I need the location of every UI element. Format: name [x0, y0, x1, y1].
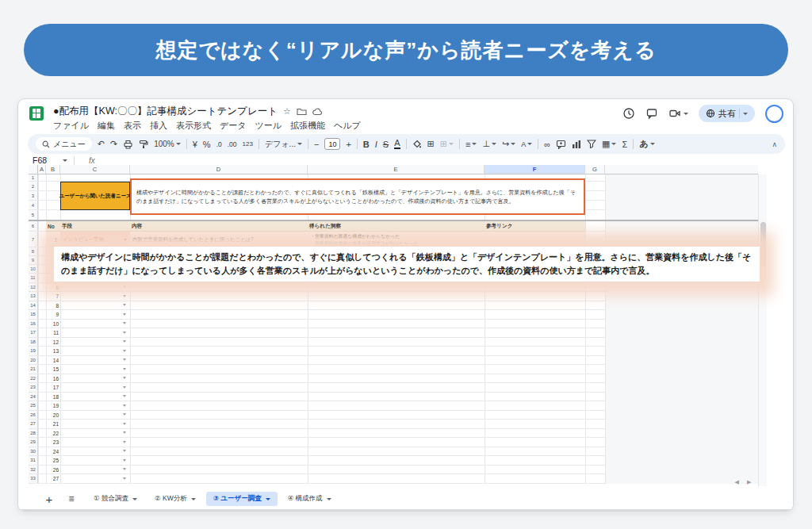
table-views-button[interactable]: ▦ [602, 139, 616, 149]
dropdown-arrow-icon[interactable] [123, 450, 126, 452]
dropdown-arrow-icon[interactable] [123, 322, 126, 324]
row-number-25[interactable]: 25 [29, 401, 38, 410]
input-tools-button[interactable]: あ [639, 138, 654, 150]
zoom-select[interactable]: 100% [154, 140, 181, 148]
dropdown-arrow-icon[interactable] [123, 295, 126, 297]
row-number-12[interactable]: 12 [29, 283, 38, 292]
dropdown-arrow-icon[interactable] [123, 332, 126, 334]
row-number-28[interactable]: 28 [29, 429, 38, 438]
text-rotation-button[interactable]: A [521, 140, 532, 148]
text-color-button[interactable]: A [394, 139, 400, 149]
dropdown-arrow-icon[interactable] [123, 477, 126, 480]
dropdown-arrow-icon[interactable] [123, 468, 126, 470]
row-number-22[interactable]: 22 [29, 374, 38, 383]
all-sheets-icon[interactable]: ≡ [64, 493, 79, 504]
move-folder-icon[interactable] [297, 107, 307, 116]
row-number-30[interactable]: 30 [29, 447, 38, 456]
row-number-14[interactable]: 14 [29, 301, 38, 310]
row-number-32[interactable]: 32 [29, 466, 38, 474]
menu-item-1[interactable]: ファイル [53, 120, 89, 132]
sheet-tab-4[interactable]: ④ 構成作成 [281, 492, 339, 506]
italic-button[interactable]: I [375, 140, 377, 149]
filter-icon[interactable] [587, 140, 596, 148]
sheet-tab-1[interactable]: ① 競合調査 [86, 492, 144, 506]
dropdown-arrow-icon[interactable] [123, 350, 126, 352]
row-number-16[interactable]: 16 [29, 320, 38, 328]
row-number-5[interactable]: 5 [29, 210, 38, 220]
cell-interview-question[interactable]: 内製で営業資料を作成していたときに困ったことは? [130, 232, 308, 247]
add-sheet-icon[interactable]: + [42, 493, 56, 506]
row-number-17[interactable]: 17 [29, 328, 38, 337]
row-number-4[interactable]: 4 [29, 201, 38, 209]
decrease-decimal-button[interactable]: .0 [216, 140, 222, 148]
row-number-9[interactable]: 9 [29, 256, 38, 264]
paint-format-icon[interactable] [139, 140, 148, 149]
dropdown-arrow-icon[interactable] [123, 441, 126, 443]
account-avatar[interactable] [765, 105, 783, 123]
row-number-13[interactable]: 13 [29, 292, 38, 301]
share-button[interactable]: 共有 [699, 105, 755, 122]
bold-button[interactable]: B [363, 140, 370, 149]
insert-link-icon[interactable]: ∞ [544, 140, 550, 149]
font-size-input[interactable]: 10 [324, 138, 340, 150]
toolbar-search[interactable]: メニュー [36, 137, 92, 151]
horizontal-scrollbar[interactable]: ◀ ▶ [729, 478, 757, 486]
row-number-20[interactable]: 20 [29, 356, 38, 365]
redo-icon[interactable]: ↷ [110, 139, 117, 149]
number-format-button[interactable]: 123 [243, 140, 253, 148]
sheet-tab-2[interactable]: ② KW分析 [147, 492, 203, 506]
cell-method-dropdown[interactable]: インタビュー実施 [60, 232, 130, 247]
column-header-D[interactable]: D [130, 165, 308, 174]
text-wrap-button[interactable]: ↪ [502, 139, 515, 149]
comment-icon[interactable] [645, 107, 658, 120]
insert-comment-icon[interactable] [556, 140, 566, 149]
meet-video-button[interactable] [668, 108, 688, 119]
table-data-row-1[interactable]: 1 インタビュー実施 内製で営業資料を作成していたときに困ったことは? ・営業資… [46, 232, 585, 247]
dropdown-arrow-icon[interactable] [123, 404, 126, 407]
save-status-cloud-icon[interactable] [312, 108, 324, 116]
dropdown-arrow-icon[interactable] [123, 286, 126, 288]
borders-icon[interactable]: ⊞ [427, 139, 435, 149]
row-number-18[interactable]: 18 [29, 338, 38, 347]
dropdown-arrow-icon[interactable] [123, 423, 126, 425]
row-number-2[interactable]: 2 [29, 182, 38, 190]
font-select[interactable]: デフォ... [265, 139, 302, 150]
name-box-dropdown-icon[interactable] [63, 159, 67, 162]
menu-item-7[interactable]: ツール [255, 120, 282, 132]
row-number-31[interactable]: 31 [29, 456, 38, 465]
menu-item-5[interactable]: 表示形式 [176, 120, 211, 132]
scroll-left-icon[interactable]: ◀ [735, 479, 739, 485]
increase-font-size-button[interactable]: + [346, 140, 350, 149]
menu-item-8[interactable]: 拡張機能 [290, 120, 325, 132]
star-icon[interactable]: ☆ [283, 106, 291, 117]
version-history-icon[interactable] [622, 107, 635, 120]
vertical-align-button[interactable]: ⊥ [482, 139, 496, 149]
dropdown-arrow-icon[interactable] [123, 358, 126, 361]
row-number-24[interactable]: 24 [29, 393, 38, 401]
sheet-tab-dropdown-icon[interactable] [132, 498, 137, 500]
row-number-33[interactable]: 33 [29, 474, 38, 483]
row-number-26[interactable]: 26 [29, 411, 38, 420]
insert-chart-icon[interactable] [572, 140, 581, 149]
name-box[interactable]: F68 [28, 155, 63, 165]
merge-cells-button[interactable]: ⊞ [440, 139, 454, 149]
column-header-A[interactable]: A [38, 165, 46, 174]
dropdown-arrow-icon[interactable] [123, 377, 126, 379]
cell-reader-needs-label[interactable]: ユーザーから聞いた読者ニーズ [60, 182, 130, 210]
chevron-down-icon[interactable] [684, 113, 688, 115]
fill-color-icon[interactable] [412, 140, 422, 149]
decrease-font-size-button[interactable]: − [314, 140, 319, 149]
currency-format-button[interactable]: ¥ [193, 140, 197, 149]
row-number-11[interactable]: 11 [29, 274, 38, 282]
strikethrough-button[interactable]: S [383, 140, 389, 149]
menu-item-4[interactable]: 挿入 [150, 120, 167, 132]
collapse-toolbar-icon[interactable]: ∧ [772, 140, 777, 148]
row-number-21[interactable]: 21 [29, 365, 38, 374]
column-header-G[interactable]: G [585, 165, 605, 174]
table-header-row[interactable]: No 手段 内容 得られた洞察 参考リンク [46, 220, 585, 232]
dropdown-arrow-icon[interactable] [123, 386, 126, 389]
row-number-7[interactable]: 7 [29, 232, 38, 247]
percent-format-button[interactable]: % [203, 140, 211, 149]
cell-reader-needs-text[interactable]: 構成やデザインに時間がかかることが課題だとわかったので、すぐに真似してつくれる「… [130, 178, 585, 215]
dropdown-arrow-icon[interactable] [124, 239, 127, 241]
